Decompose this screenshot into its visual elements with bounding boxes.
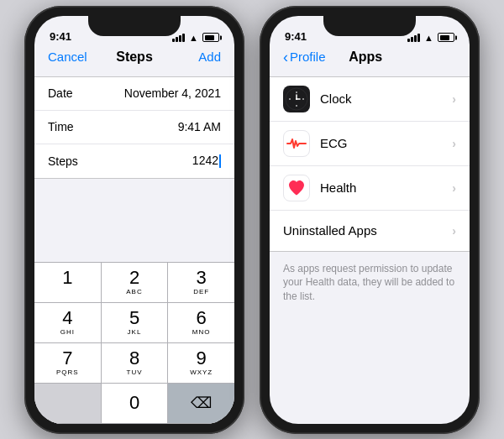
key-1[interactable]: 1 bbox=[34, 263, 102, 303]
key-6-sub: MNO bbox=[192, 328, 211, 336]
clock-app-name: Clock bbox=[320, 91, 452, 106]
status-icons-2: ▲ bbox=[407, 33, 454, 43]
key-5-main: 5 bbox=[129, 309, 139, 327]
notch-2 bbox=[323, 16, 416, 36]
key-7-main: 7 bbox=[62, 349, 72, 368]
signal-icon-2 bbox=[407, 34, 420, 42]
battery-icon-1 bbox=[202, 33, 219, 42]
app-row-ecg[interactable]: ECG › bbox=[270, 122, 470, 166]
time-value[interactable]: 9:41 AM bbox=[115, 120, 221, 133]
key-7[interactable]: 7 PQRS bbox=[34, 343, 102, 384]
wifi-icon-1: ▲ bbox=[189, 33, 198, 43]
key-delete[interactable]: ⌫ bbox=[168, 384, 234, 424]
key-2-sub: ABC bbox=[126, 288, 142, 295]
keypad-row-2: 4 GHI 5 JKL 6 MNO bbox=[34, 303, 234, 343]
uninstalled-app-name: Uninstalled Apps bbox=[283, 223, 452, 238]
status-icons-1: ▲ bbox=[172, 33, 219, 43]
status-time-2: 9:41 bbox=[285, 30, 307, 43]
numeric-keypad: 1 2 ABC 3 DEF 4 GHI bbox=[34, 262, 234, 424]
phone-2: 9:41 ▲ ‹ Profile Apps bbox=[260, 6, 480, 434]
key-9-main: 9 bbox=[197, 349, 207, 368]
key-3-sub: DEF bbox=[193, 288, 209, 295]
app-row-health[interactable]: Health › bbox=[270, 166, 470, 211]
key-6-main: 6 bbox=[197, 309, 207, 327]
app-row-clock[interactable]: Clock › bbox=[270, 77, 470, 122]
clock-app-icon bbox=[283, 86, 310, 112]
steps-row: Steps 1242 bbox=[34, 144, 234, 178]
ecg-app-icon bbox=[283, 130, 310, 157]
key-4-sub: GHI bbox=[60, 328, 75, 336]
key-0[interactable]: 0 bbox=[102, 384, 169, 424]
svg-point-8 bbox=[296, 98, 297, 100]
key-1-sub bbox=[66, 288, 69, 295]
key-4[interactable]: 4 GHI bbox=[34, 303, 102, 343]
uninstalled-chevron-icon: › bbox=[452, 224, 456, 238]
key-9[interactable]: 9 WXYZ bbox=[168, 343, 234, 384]
key-0-main: 0 bbox=[129, 394, 139, 412]
key-9-sub: WXYZ bbox=[190, 368, 213, 376]
steps-value[interactable]: 1242 bbox=[115, 154, 221, 168]
clock-chevron-icon: › bbox=[452, 92, 456, 106]
key-6[interactable]: 6 MNO bbox=[168, 303, 234, 343]
status-time-1: 9:41 bbox=[50, 30, 71, 43]
steps-navbar: Cancel Steps Add bbox=[34, 46, 234, 71]
apps-title: Apps bbox=[276, 50, 456, 65]
health-app-icon bbox=[283, 175, 310, 201]
wifi-icon-2: ▲ bbox=[424, 33, 433, 43]
health-icon bbox=[286, 178, 307, 198]
keypad-row-1: 1 2 ABC 3 DEF bbox=[34, 263, 234, 303]
signal-icon-1 bbox=[172, 34, 185, 42]
key-2-main: 2 bbox=[129, 269, 139, 287]
ecg-app-name: ECG bbox=[320, 136, 452, 150]
health-app-name: Health bbox=[320, 180, 452, 195]
steps-title: Steps bbox=[116, 50, 153, 65]
footer-note: As apps request permission to update you… bbox=[270, 252, 470, 314]
key-5-sub: JKL bbox=[128, 328, 142, 336]
phone-2-screen: 9:41 ▲ ‹ Profile Apps bbox=[270, 16, 470, 424]
clock-icon bbox=[285, 87, 308, 111]
app-row-uninstalled[interactable]: Uninstalled Apps › bbox=[270, 211, 470, 251]
ecg-chevron-icon: › bbox=[452, 137, 456, 150]
date-value[interactable]: November 4, 2021 bbox=[115, 86, 221, 100]
delete-icon: ⌫ bbox=[191, 394, 212, 412]
time-row: Time 9:41 AM bbox=[34, 111, 234, 144]
apps-navbar: ‹ Profile Apps bbox=[270, 46, 470, 71]
date-label: Date bbox=[48, 86, 115, 100]
key-4-main: 4 bbox=[62, 309, 72, 327]
phone-1-screen: 9:41 ▲ Cancel Steps Add bbox=[34, 16, 234, 424]
keypad-row-4: 0 ⌫ bbox=[34, 384, 234, 424]
key-8[interactable]: 8 TUV bbox=[102, 343, 169, 384]
key-2[interactable]: 2 ABC bbox=[102, 263, 169, 303]
steps-label: Steps bbox=[48, 154, 115, 168]
key-1-main: 1 bbox=[62, 269, 72, 287]
ecg-icon bbox=[286, 133, 307, 154]
cancel-button[interactable]: Cancel bbox=[48, 50, 90, 64]
steps-form: Date November 4, 2021 Time 9:41 AM Steps… bbox=[34, 76, 234, 179]
keypad-row-3: 7 PQRS 8 TUV 9 WXYZ bbox=[34, 343, 234, 384]
health-chevron-icon: › bbox=[452, 181, 456, 195]
key-3-main: 3 bbox=[197, 269, 207, 287]
key-5[interactable]: 5 JKL bbox=[102, 303, 169, 343]
phones-container: 9:41 ▲ Cancel Steps Add bbox=[24, 6, 480, 434]
key-7-sub: PQRS bbox=[56, 368, 79, 376]
battery-icon-2 bbox=[438, 33, 454, 42]
key-empty bbox=[34, 384, 102, 424]
phone-1: 9:41 ▲ Cancel Steps Add bbox=[24, 6, 244, 434]
apps-list: Clock › ECG › bbox=[270, 76, 470, 252]
key-3[interactable]: 3 DEF bbox=[168, 263, 234, 303]
add-button[interactable]: Add bbox=[179, 50, 221, 64]
time-label: Time bbox=[48, 120, 115, 133]
notch-1 bbox=[88, 16, 181, 36]
date-row: Date November 4, 2021 bbox=[34, 77, 234, 111]
key-8-main: 8 bbox=[129, 349, 139, 368]
key-8-sub: TUV bbox=[127, 368, 143, 376]
